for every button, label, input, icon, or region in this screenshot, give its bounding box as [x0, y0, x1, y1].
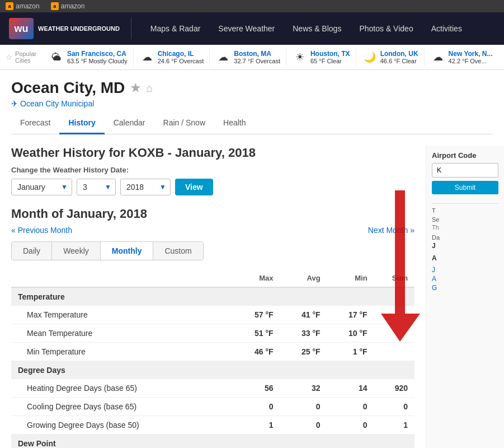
day-selector-wrapper[interactable]: 12345 ▼ — [77, 179, 116, 195]
city-newyork[interactable]: ☁ New York, N... 42.2 °F Ove... — [425, 48, 498, 66]
col-header-sum: Sum — [374, 269, 414, 287]
day-select[interactable]: 12345 — [77, 179, 116, 195]
sidebar-airport-input[interactable] — [432, 163, 498, 178]
col-header-avg: Avg — [280, 269, 327, 287]
table-row: Growing Degree Days (base 50) 1 0 0 1 — [11, 416, 414, 435]
subtab-custom[interactable]: Custom — [153, 242, 202, 260]
boston-weather-icon: ☁ — [215, 49, 231, 65]
city-chicago[interactable]: ☁ Chicago, IL 24.6 °F Overcast — [134, 48, 210, 66]
section-title: Weather History for KOXB - January, 2018 — [11, 146, 414, 160]
sidebar-search: Se — [432, 216, 498, 223]
table-row: Heating Degree Days (base 65) 56 32 14 9… — [11, 379, 414, 398]
subtab-weekly[interactable]: Weekly — [52, 242, 101, 260]
table-row: Min Temperature 46 °F 25 °F 1 °F — [11, 343, 414, 361]
logo-area: wu WEATHER UNDERGROUND — [9, 18, 131, 39]
airport-link[interactable]: ✈ Ocean City Municipal — [11, 99, 493, 108]
newyork-weather-icon: ☁ — [430, 49, 446, 65]
table-row: Max Temperature 57 °F 41 °F 17 °F — [11, 306, 414, 324]
section-degree-days: Degree Days — [11, 361, 414, 380]
col-header-label — [11, 269, 233, 287]
sidebar-submit-button[interactable]: Submit — [432, 181, 498, 194]
navbar: wu WEATHER UNDERGROUND Maps & Radar Seve… — [0, 12, 504, 45]
nav-maps[interactable]: Maps & Radar — [143, 20, 208, 38]
sub-tabs: Daily Weekly Monthly Custom — [11, 241, 204, 260]
table-row: Cooling Degree Days (base 65) 0 0 0 0 — [11, 398, 414, 416]
tab-health[interactable]: Health — [214, 113, 255, 134]
data-table: Max Avg Min Sum Temperature Max Temperat… — [11, 269, 414, 448]
sidebar-airport-label: Airport Code — [432, 151, 498, 160]
sidebar-search-desc: Th — [432, 224, 498, 231]
nav-links: Maps & Radar Severe Weather News & Blogs… — [143, 20, 470, 38]
nav-activities[interactable]: Activities — [423, 20, 470, 38]
city-san-francisco[interactable]: 🌥 San Francisco, CA 63.5 °F Mostly Cloud… — [43, 48, 134, 66]
wu-logo: wu — [9, 18, 34, 39]
page-tabs: Forecast History Calendar Rain / Snow He… — [11, 113, 493, 134]
tab-rainsnow[interactable]: Rain / Snow — [154, 113, 214, 134]
houston-weather-icon: ☀ — [292, 49, 308, 65]
nav-photos[interactable]: Photos & Video — [351, 20, 421, 38]
nav-severe[interactable]: Severe Weather — [210, 20, 282, 38]
tab-calendar[interactable]: Calendar — [105, 113, 154, 134]
sidebar-months-label: A — [432, 254, 498, 262]
star-icon: ☆ — [6, 53, 13, 62]
prev-month-link[interactable]: « Previous Month — [11, 226, 72, 235]
change-date-label: Change the Weather History Date: — [11, 166, 414, 174]
next-month-link[interactable]: Next Month » — [368, 226, 414, 235]
tab-forecast[interactable]: Forecast — [11, 113, 59, 134]
cities-bar: ☆ PopularCities 🌥 San Francisco, CA 63.5… — [0, 45, 504, 70]
month-nav: « Previous Month Next Month » — [11, 226, 414, 235]
month-select[interactable]: January February March April May June Ju… — [11, 179, 72, 195]
sidebar-date-value: J — [432, 242, 498, 250]
year-selector-wrapper[interactable]: 201820172016 ▼ — [120, 179, 171, 195]
plane-icon: ✈ — [11, 99, 18, 108]
col-header-min: Min — [327, 269, 374, 287]
london-weather-icon: 🌙 — [362, 49, 378, 65]
subtab-monthly[interactable]: Monthly — [101, 242, 154, 260]
favorite-star[interactable]: ★ — [130, 81, 140, 95]
browser-bar: a amazon a amazon — [0, 0, 504, 12]
amazon-icon-2: a — [51, 2, 59, 10]
amazon-link-1[interactable]: a amazon — [6, 2, 40, 10]
city-houston[interactable]: ☀ Houston, TX 65 °F Clear — [286, 48, 356, 66]
sf-weather-icon: 🌥 — [49, 49, 64, 65]
section-temperature: Temperature — [11, 287, 414, 306]
location-section: Ocean City, MD ★ ⌂ ✈ Ocean City Municipa… — [0, 70, 504, 134]
col-header-max: Max — [233, 269, 280, 287]
popular-cities-label: ☆ PopularCities — [6, 50, 36, 64]
month-selector-wrapper[interactable]: January February March April May June Ju… — [11, 179, 72, 195]
logo-text: WEATHER UNDERGROUND — [38, 25, 120, 32]
date-selectors: January February March April May June Ju… — [11, 179, 414, 195]
sidebar-month-list: J A G — [432, 265, 498, 292]
chicago-weather-icon: ☁ — [139, 49, 155, 65]
section-dew-point: Dew Point — [11, 435, 414, 449]
tab-history[interactable]: History — [59, 113, 104, 134]
month-heading: Month of January, 2018 — [11, 207, 414, 221]
sidebar-date-label: Da — [432, 234, 498, 241]
city-london[interactable]: 🌙 London, UK 46.6 °F Clear — [356, 48, 425, 66]
sidebar-month-item[interactable]: J — [432, 265, 498, 274]
home-icon[interactable]: ⌂ — [146, 82, 153, 95]
sidebar-month-item[interactable]: G — [432, 283, 498, 292]
sidebar-type: T — [432, 207, 498, 214]
sidebar: Airport Code Submit T Se Th Da J A J A G — [426, 146, 504, 448]
city-boston[interactable]: ☁ Boston, MA 32.7 °F Overcast — [210, 48, 286, 66]
view-button[interactable]: View — [175, 179, 213, 195]
year-select[interactable]: 201820172016 — [120, 179, 171, 195]
nav-news[interactable]: News & Blogs — [285, 20, 349, 38]
table-row: Mean Temperature 51 °F 33 °F 10 °F — [11, 324, 414, 343]
amazon-icon-1: a — [6, 2, 13, 10]
sidebar-month-item[interactable]: A — [432, 274, 498, 283]
location-title: Ocean City, MD ★ ⌂ — [11, 79, 493, 97]
subtab-daily[interactable]: Daily — [12, 242, 52, 260]
amazon-link-2[interactable]: a amazon — [51, 2, 85, 10]
